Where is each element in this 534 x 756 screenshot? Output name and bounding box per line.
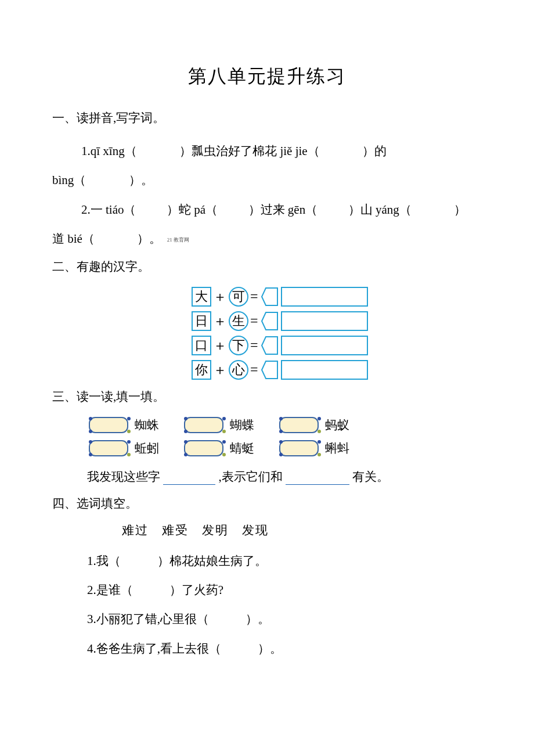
puzzle-left-box: 你: [192, 360, 211, 380]
puzzle-row: 日 ＋ 生 =: [192, 309, 482, 333]
blank[interactable]: [139, 203, 164, 217]
tag-row: 蚯蚓 蜻蜓 蝌蚪: [87, 438, 482, 458]
tag-item: 蜘蛛: [87, 415, 159, 435]
svg-rect-24: [185, 441, 223, 456]
svg-point-18: [317, 430, 321, 433]
s1-q1-line2: bìng（ ）。: [52, 165, 482, 195]
tag-icon[interactable]: [182, 438, 228, 458]
s4-q4: 4.爸爸生病了,看上去很（ ）。: [87, 634, 482, 663]
hexagon-answer-box[interactable]: [261, 311, 279, 331]
underline-blank[interactable]: [286, 471, 349, 485]
svg-point-31: [317, 440, 321, 444]
s1-q1-line1: 1.qī xīng（ ）瓢虫治好了棉花 jiě jie（ ）的: [81, 136, 482, 165]
tag-label: 蜘蛛: [135, 417, 159, 433]
page-title: 第八单元提升练习: [52, 64, 482, 89]
tag-icon[interactable]: [277, 415, 323, 435]
tag-icon[interactable]: [87, 415, 132, 435]
s1-q2-a: 2.一 tiáo（: [81, 203, 136, 217]
s1-q2-c: ）过来 gēn（: [248, 203, 318, 217]
equals-icon: =: [250, 337, 258, 353]
svg-rect-29: [280, 441, 318, 456]
svg-rect-4: [89, 417, 128, 433]
hexagon-answer-box[interactable]: [261, 336, 279, 355]
svg-point-12: [184, 430, 187, 433]
puzzle-left-box: 口: [192, 336, 211, 355]
svg-marker-1: [262, 312, 277, 330]
svg-point-25: [184, 440, 187, 444]
s1-q2-d: ）山 yáng（: [348, 203, 412, 217]
section-2-header: 二、有趣的汉字。: [52, 258, 482, 275]
underline-blank[interactable]: [163, 471, 215, 485]
s3-fill-a: 我发现这些字: [87, 470, 160, 484]
svg-point-10: [184, 417, 187, 420]
svg-marker-2: [262, 337, 277, 354]
s1-q1-b: ）瓢虫治好了棉花 jiě jie（: [179, 144, 319, 158]
plus-icon: ＋: [213, 312, 227, 330]
rect-answer-box[interactable]: [281, 360, 368, 380]
blank[interactable]: [98, 232, 134, 246]
blank[interactable]: [414, 203, 451, 217]
puzzle-right-circle: 可: [229, 287, 248, 307]
blank[interactable]: [320, 203, 345, 217]
tag-label: 蝌蚪: [325, 440, 349, 456]
hexagon-answer-box[interactable]: [261, 360, 279, 380]
s1-q2-line2: 道 bié（ ）。 21 教育网: [52, 224, 482, 253]
plus-icon: ＋: [213, 287, 227, 306]
svg-point-8: [127, 430, 131, 433]
svg-point-27: [184, 453, 187, 456]
svg-point-7: [89, 430, 92, 433]
hexagon-answer-box[interactable]: [261, 287, 279, 307]
equals-icon: =: [250, 289, 258, 304]
svg-point-5: [89, 417, 92, 420]
rect-answer-box[interactable]: [281, 287, 368, 307]
tag-icon[interactable]: [182, 415, 228, 435]
s1-q2-g: ）。: [137, 232, 161, 246]
tag-icon[interactable]: [277, 438, 323, 458]
svg-marker-0: [262, 288, 277, 305]
svg-point-28: [222, 453, 226, 456]
blank[interactable]: [221, 203, 245, 217]
svg-point-33: [317, 453, 321, 456]
s4-q2: 2.是谁（ ）了火药?: [87, 575, 482, 604]
tag-item: 蚯蚓: [87, 438, 159, 458]
svg-point-20: [89, 440, 92, 444]
svg-point-17: [279, 430, 283, 433]
svg-point-11: [222, 417, 226, 420]
puzzle-row: 口 ＋ 下 =: [192, 334, 482, 357]
tag-item: 蚂蚁: [277, 415, 349, 435]
tag-icon[interactable]: [87, 438, 132, 458]
svg-point-21: [127, 440, 131, 444]
s1-q2-b: ）蛇 pá（: [167, 203, 218, 217]
rect-answer-box[interactable]: [281, 311, 368, 331]
s3-fill-line: 我发现这些字 ,表示它们和 有关。: [87, 469, 482, 485]
s1-q1-a: 1.qī xīng（: [81, 144, 137, 158]
svg-rect-19: [89, 441, 128, 456]
blank[interactable]: [89, 173, 126, 187]
svg-point-22: [89, 453, 92, 456]
section-1-header: 一、读拼音,写字词。: [52, 110, 482, 126]
svg-point-15: [279, 417, 283, 420]
blank[interactable]: [140, 144, 176, 158]
equals-icon: =: [250, 362, 258, 377]
svg-point-16: [317, 417, 321, 420]
puzzle-right-circle: 下: [229, 336, 248, 355]
tag-label: 蝴蝶: [230, 417, 254, 433]
puzzle-left-box: 大: [192, 287, 211, 307]
blank[interactable]: [323, 144, 359, 158]
svg-rect-9: [185, 417, 223, 433]
svg-point-30: [279, 440, 283, 444]
plus-icon: ＋: [213, 361, 227, 379]
s1-q2-line1: 2.一 tiáo（ ）蛇 pá（ ）过来 gēn（ ）山 yáng（ ）: [81, 195, 482, 224]
puzzle-grid: 大 ＋ 可 = 日 ＋ 生 = 口 ＋ 下 =: [192, 285, 482, 381]
puzzle-right-circle: 心: [229, 360, 248, 380]
tag-item: 蝌蚪: [277, 438, 349, 458]
s1-q2-f: 道 bié（: [52, 232, 95, 246]
svg-point-32: [279, 453, 283, 456]
section-3-header: 三、读一读,填一填。: [52, 388, 482, 405]
s4-q3: 3.小丽犯了错,心里很（ ）。: [87, 604, 482, 633]
tiny-watermark: 21 教育网: [167, 237, 189, 243]
tag-label: 蚯蚓: [135, 440, 159, 456]
s1-q2-e: ）: [454, 203, 466, 217]
rect-answer-box[interactable]: [281, 336, 368, 355]
puzzle-left-box: 日: [192, 311, 211, 331]
